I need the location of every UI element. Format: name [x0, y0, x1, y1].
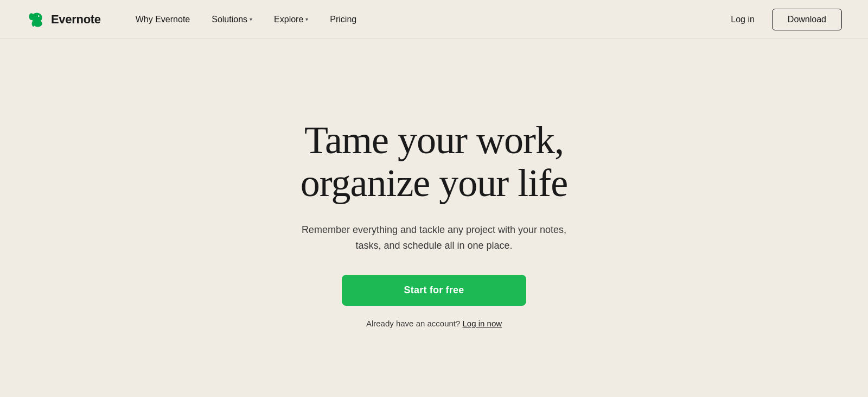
hero-login-prompt: Already have an account? Log in now: [366, 319, 502, 328]
svg-point-2: [34, 20, 42, 27]
logo-text: Evernote: [51, 12, 101, 27]
nav-solutions[interactable]: Solutions ▾: [203, 10, 261, 29]
hero-section: Tame your work, organize your life Remem…: [0, 39, 868, 397]
hero-login-link[interactable]: Log in now: [463, 319, 502, 328]
nav-pricing[interactable]: Pricing: [321, 10, 365, 29]
download-button[interactable]: Download: [772, 9, 842, 30]
hero-title: Tame your work, organize your life: [301, 119, 567, 205]
nav-right: Log in Download: [722, 9, 842, 30]
navigation: Evernote Why Evernote Solutions ▾ Explor…: [0, 0, 868, 39]
hero-subtitle: Remember everything and tackle any proje…: [293, 222, 575, 254]
logo-link[interactable]: Evernote: [26, 10, 101, 29]
nav-why-evernote[interactable]: Why Evernote: [127, 10, 199, 29]
evernote-logo-icon: [26, 10, 46, 29]
svg-point-1: [29, 13, 34, 20]
login-link[interactable]: Log in: [722, 10, 763, 29]
svg-point-4: [39, 16, 39, 16]
nav-explore[interactable]: Explore ▾: [265, 10, 317, 29]
solutions-chevron-icon: ▾: [250, 16, 252, 22]
explore-chevron-icon: ▾: [305, 16, 308, 22]
start-for-free-button[interactable]: Start for free: [342, 275, 526, 306]
nav-links: Why Evernote Solutions ▾ Explore ▾ Prici…: [127, 10, 723, 29]
